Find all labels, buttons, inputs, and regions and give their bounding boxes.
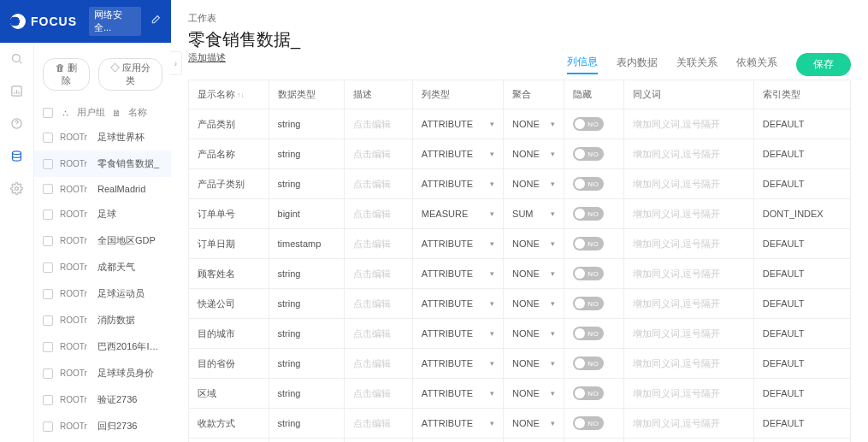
- cell-agg[interactable]: NONE▾: [504, 379, 564, 409]
- help-icon[interactable]: [10, 116, 24, 130]
- row-checkbox[interactable]: [43, 159, 53, 169]
- cell-index[interactable]: DONT_INDEX: [753, 439, 850, 443]
- hidden-toggle[interactable]: NO: [573, 416, 604, 430]
- chart-icon[interactable]: [10, 84, 24, 97]
- cell-name[interactable]: 顾客姓名: [189, 259, 269, 289]
- cell-agg[interactable]: NONE▾: [504, 289, 564, 319]
- cell-coltype[interactable]: ATTRIBUTE▾: [412, 409, 503, 439]
- cell-agg[interactable]: NONE▾: [504, 229, 564, 259]
- cell-agg[interactable]: NONE▾: [504, 139, 564, 169]
- select-all-checkbox[interactable]: [43, 108, 53, 118]
- cell-agg[interactable]: SUM▾: [504, 199, 564, 229]
- cell-synonym[interactable]: 增加同义词,逗号隔开: [624, 109, 753, 139]
- sidebar-item[interactable]: ROOTr足球: [34, 201, 171, 227]
- hidden-toggle[interactable]: NO: [573, 297, 604, 310]
- tab[interactable]: 列信息: [567, 55, 598, 74]
- cell-name[interactable]: 订单单号: [189, 199, 269, 229]
- save-button[interactable]: 保存: [796, 53, 851, 76]
- cell-index[interactable]: DEFAULT: [753, 349, 850, 379]
- cell-index[interactable]: DEFAULT: [753, 259, 850, 289]
- delete-button[interactable]: 🗑 删除: [43, 58, 90, 91]
- hidden-toggle[interactable]: NO: [573, 386, 604, 400]
- cell-desc[interactable]: 点击编辑: [344, 379, 412, 409]
- cell-coltype[interactable]: ATTRIBUTE▾: [412, 169, 503, 199]
- cell-synonym[interactable]: 增加同义词,逗号隔开: [624, 319, 753, 349]
- cell-synonym[interactable]: 增加同义词,逗号隔开: [624, 139, 753, 169]
- cell-agg[interactable]: NONE▾: [504, 409, 564, 439]
- cell-desc[interactable]: 点击编辑: [344, 169, 412, 199]
- cell-coltype[interactable]: ATTRIBUTE▾: [412, 259, 503, 289]
- cell-agg[interactable]: NONE▾: [504, 319, 564, 349]
- cell-agg[interactable]: NONE▾: [504, 349, 564, 379]
- cell-name[interactable]: 销售金额: [189, 439, 269, 443]
- cell-name[interactable]: 快递公司: [189, 289, 269, 319]
- sidebar-item[interactable]: ROOTr成都天气: [34, 254, 171, 280]
- cell-desc[interactable]: 点击编辑: [344, 349, 412, 379]
- cell-name[interactable]: 产品名称: [189, 139, 269, 169]
- cell-index[interactable]: DONT_INDEX: [753, 199, 850, 229]
- cell-coltype[interactable]: ATTRIBUTE▾: [412, 349, 503, 379]
- cell-coltype[interactable]: ATTRIBUTE▾: [412, 229, 503, 259]
- cell-name[interactable]: 产品子类别: [189, 169, 269, 199]
- row-checkbox[interactable]: [43, 209, 53, 220]
- project-name[interactable]: 网络安全...: [89, 7, 141, 36]
- cell-desc[interactable]: 点击编辑: [344, 139, 412, 169]
- cell-coltype[interactable]: MEASURE▾: [412, 439, 503, 443]
- cell-index[interactable]: DEFAULT: [753, 409, 850, 439]
- cell-synonym[interactable]: 增加同义词,逗号隔开: [624, 289, 753, 319]
- hidden-toggle[interactable]: NO: [573, 267, 604, 280]
- cell-name[interactable]: 收款方式: [189, 409, 269, 439]
- cell-coltype[interactable]: ATTRIBUTE▾: [412, 289, 503, 319]
- hidden-toggle[interactable]: NO: [573, 207, 604, 221]
- cell-synonym[interactable]: 增加同义词,逗号隔开: [624, 379, 753, 409]
- cell-desc[interactable]: 点击编辑: [344, 229, 412, 259]
- cell-desc[interactable]: 点击编辑: [344, 199, 412, 229]
- cell-coltype[interactable]: MEASURE▾: [412, 199, 503, 229]
- edit-project-icon[interactable]: [150, 15, 161, 28]
- row-checkbox[interactable]: [43, 368, 53, 379]
- sidebar-item[interactable]: ROOTr零食销售数据_: [34, 150, 171, 177]
- cell-name[interactable]: 目的省份: [189, 349, 269, 379]
- settings-icon[interactable]: [10, 181, 24, 195]
- row-checkbox[interactable]: [43, 133, 53, 143]
- cell-index[interactable]: DEFAULT: [753, 229, 850, 259]
- sidebar-item[interactable]: ROOTr回归2736: [34, 413, 171, 439]
- cell-name[interactable]: 区域: [189, 379, 269, 409]
- cell-agg[interactable]: SUM▾: [504, 439, 564, 443]
- row-checkbox[interactable]: [43, 342, 53, 352]
- hidden-toggle[interactable]: NO: [573, 357, 604, 370]
- row-checkbox[interactable]: [43, 315, 53, 326]
- row-checkbox[interactable]: [43, 236, 53, 246]
- classify-button[interactable]: ◇ 应用分类: [98, 58, 162, 91]
- cell-agg[interactable]: NONE▾: [504, 109, 564, 139]
- cell-synonym[interactable]: 增加同义词,逗号隔开: [624, 199, 753, 229]
- cell-agg[interactable]: NONE▾: [504, 169, 564, 199]
- row-checkbox[interactable]: [43, 289, 53, 299]
- data-icon[interactable]: [10, 149, 24, 162]
- cell-index[interactable]: DEFAULT: [753, 109, 850, 139]
- cell-synonym[interactable]: 增加同义词,逗号隔开: [624, 349, 753, 379]
- th-display-name[interactable]: 显示名称↑↓: [189, 80, 269, 109]
- hidden-toggle[interactable]: NO: [573, 237, 604, 250]
- cell-synonym[interactable]: 增加同义词,逗号隔开: [624, 259, 753, 289]
- sidebar-item[interactable]: ROOTr消防数据: [34, 307, 171, 333]
- cell-agg[interactable]: NONE▾: [504, 259, 564, 289]
- search-icon[interactable]: [10, 51, 24, 65]
- hidden-toggle[interactable]: NO: [573, 177, 604, 191]
- cell-desc[interactable]: 点击编辑: [344, 409, 412, 439]
- cell-index[interactable]: DEFAULT: [753, 379, 850, 409]
- cell-synonym[interactable]: 增加同义词,逗号隔开: [624, 409, 753, 439]
- sidebar-item[interactable]: ROOTr足球世界杯: [34, 124, 171, 150]
- cell-synonym[interactable]: 增加同义词,逗号隔开: [624, 229, 753, 259]
- cell-coltype[interactable]: ATTRIBUTE▾: [412, 109, 503, 139]
- collapse-sidebar-button[interactable]: ›: [170, 51, 182, 75]
- cell-name[interactable]: 产品类别: [189, 109, 269, 139]
- cell-synonym[interactable]: 增加同义词,逗号隔开: [624, 169, 753, 199]
- row-checkbox[interactable]: [43, 395, 53, 405]
- sidebar-item[interactable]: ROOTr巴西2016年IDH指标: [34, 333, 171, 360]
- hidden-toggle[interactable]: NO: [573, 117, 604, 131]
- row-checkbox[interactable]: [43, 184, 53, 194]
- cell-coltype[interactable]: ATTRIBUTE▾: [412, 139, 503, 169]
- cell-index[interactable]: DEFAULT: [753, 169, 850, 199]
- cell-desc[interactable]: 点击编辑: [344, 109, 412, 139]
